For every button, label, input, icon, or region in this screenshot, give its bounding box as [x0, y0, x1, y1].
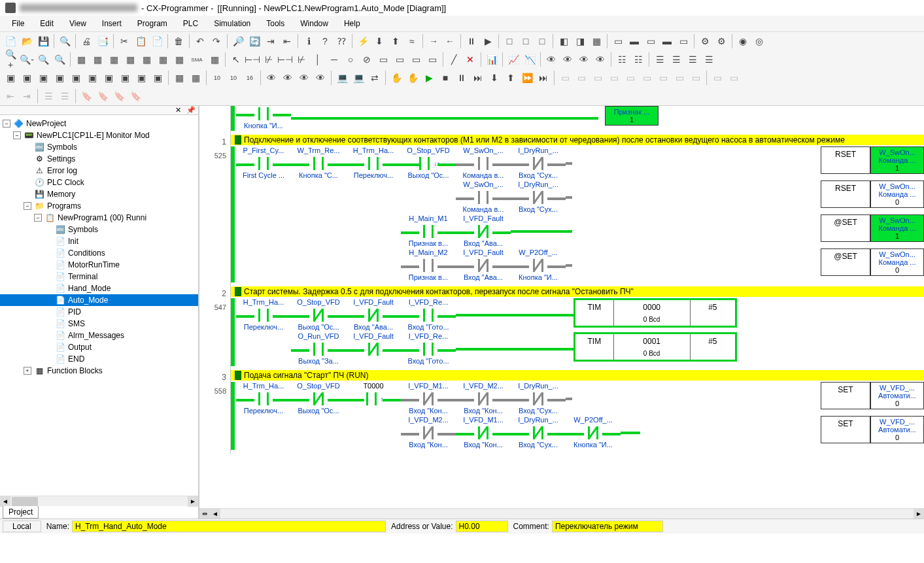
- status-addr-value[interactable]: H0.00: [456, 520, 508, 532]
- contact[interactable]: I_VFD_Fault Вход "Ава...: [346, 298, 401, 332]
- mode7-button[interactable]: ▣: [101, 70, 116, 86]
- tree-sec-output[interactable]: 📄Output: [0, 341, 198, 353]
- nc-contact-or-button[interactable]: ⊬: [294, 52, 309, 67]
- print-button[interactable]: 🖨: [78, 33, 94, 49]
- nc-coil-button[interactable]: ⊘: [359, 52, 375, 67]
- cut-button[interactable]: ✂: [116, 33, 132, 49]
- fb2-button[interactable]: ◨: [572, 33, 588, 49]
- monitor3-button[interactable]: 📉: [522, 52, 538, 67]
- find-prev-button[interactable]: ⇤: [279, 33, 295, 49]
- mode2-button[interactable]: ▣: [19, 70, 35, 86]
- grid2-button[interactable]: ▦: [90, 52, 105, 67]
- status-comment-value[interactable]: Переключатель режим: [552, 520, 663, 532]
- no-contact-or-button[interactable]: ⊢⊣: [277, 52, 293, 67]
- vline-button[interactable]: │: [310, 52, 326, 67]
- contact[interactable]: H_Trm_Ha... Переключ...: [236, 382, 291, 416]
- view-c-button[interactable]: ☰: [652, 52, 668, 67]
- coil-output[interactable]: W_SwOn... Команда ... 0: [870, 248, 924, 276]
- monitor1-button[interactable]: 📊: [484, 52, 500, 67]
- resume-button[interactable]: ▶: [480, 33, 496, 49]
- watch4-button[interactable]: 👁: [592, 52, 608, 67]
- run-button[interactable]: ▶: [421, 70, 437, 86]
- tree-programs[interactable]: −📁Programs: [0, 200, 198, 212]
- skip-end-button[interactable]: ⏭: [536, 70, 551, 86]
- sma-button[interactable]: SMA: [188, 52, 206, 67]
- sidebar-pin-icon[interactable]: 📌: [184, 106, 198, 114]
- mode4-button[interactable]: ▣: [52, 70, 67, 86]
- contact[interactable]: I_VFD_M1... Вход "Кон...: [456, 416, 511, 450]
- diagram-hscroll[interactable]: ⇹ ◄ ►: [199, 508, 924, 519]
- coil-fn[interactable]: @SET: [821, 214, 870, 242]
- coil-button[interactable]: ○: [343, 52, 358, 67]
- contact[interactable]: I_VFD_Fault Вход "Ава...: [456, 214, 511, 248]
- mode8-button[interactable]: ▣: [117, 70, 133, 86]
- find-button[interactable]: 🔎: [230, 33, 246, 49]
- fb3-button[interactable]: ▦: [589, 33, 604, 49]
- tree-symbols[interactable]: 🔤Symbols: [0, 141, 198, 153]
- tree-sec-pid[interactable]: 📄PID: [0, 306, 198, 318]
- expander-icon[interactable]: −: [3, 120, 10, 128]
- sim3-button[interactable]: ⇄: [367, 70, 383, 86]
- ff-button[interactable]: ⏩: [519, 70, 535, 86]
- view-a-button[interactable]: ☷: [614, 52, 630, 67]
- new-button[interactable]: 📄: [3, 33, 18, 49]
- contact[interactable]: H_Main_M1 Признак в...: [401, 214, 456, 248]
- contact[interactable]: I_VFD_Re... Вход "Гото...: [401, 298, 456, 332]
- online-button[interactable]: ⚡: [355, 33, 371, 49]
- replace-button[interactable]: 🔄: [247, 33, 262, 49]
- menu-window[interactable]: Window: [294, 17, 335, 30]
- contact[interactable]: I_DryRun_... Вход "Сух...: [511, 382, 566, 416]
- coil-output[interactable]: W_SwOn... Команда ... 0: [870, 180, 924, 208]
- nc-contact-button[interactable]: ⊬: [261, 52, 277, 67]
- num10b-button[interactable]: 10: [226, 70, 241, 86]
- pause-button[interactable]: ⏸: [464, 33, 479, 49]
- line-button[interactable]: ╱: [446, 52, 462, 67]
- no-contact-button[interactable]: ⊢⊣: [245, 52, 260, 67]
- contact[interactable]: H_Trm_Ha... Переключ...: [346, 146, 401, 180]
- del-line-button[interactable]: ✕: [462, 52, 478, 67]
- contact[interactable]: O_Run_VFD Выход "За...: [291, 332, 346, 366]
- watch2-button[interactable]: 👁: [560, 52, 575, 67]
- contact[interactable]: H_Main_M2 Признак в...: [401, 248, 456, 282]
- contact[interactable]: I_VFD_Fault Вход "Ава...: [456, 248, 511, 282]
- struct2-button[interactable]: ▦: [188, 70, 203, 86]
- hline-button[interactable]: ─: [326, 52, 342, 67]
- contact[interactable]: W_SwOn_... Команда в...: [456, 146, 511, 180]
- rung-comment[interactable]: Старт системы. Задержка 0.5 с для подклю…: [231, 286, 924, 297]
- grid6-button[interactable]: ▦: [155, 52, 171, 67]
- contact[interactable]: O_Stop_VFD ↓↑ Выход "Ос...: [401, 146, 456, 180]
- contact[interactable]: P_First_Cy... First Cycle ...: [236, 146, 291, 180]
- contact[interactable]: W_Trm_Re... Кнопка "С...: [291, 146, 346, 180]
- grid3-button[interactable]: ▦: [106, 52, 122, 67]
- expander-icon[interactable]: −: [34, 214, 42, 222]
- diagram-area[interactable]: Кнопка "И... Признак ... 1: [199, 106, 924, 519]
- tree-root[interactable]: − 🔷 NewProject: [0, 118, 198, 129]
- delete-button[interactable]: 🗑: [171, 33, 186, 49]
- struct1-button[interactable]: ▦: [171, 70, 187, 86]
- mode10-button[interactable]: ▣: [150, 70, 165, 86]
- grid1-button[interactable]: ▦: [73, 52, 89, 67]
- menu-tools[interactable]: Tools: [260, 17, 291, 30]
- view1-button[interactable]: ▭: [610, 33, 626, 49]
- step-in-button[interactable]: ⬇: [487, 70, 502, 86]
- transfer-from-button[interactable]: ←: [442, 33, 458, 49]
- coil-fn[interactable]: @SET: [821, 248, 870, 276]
- coil-output[interactable]: W_SwOn... Команда ... 1: [870, 214, 924, 242]
- find-next-button[interactable]: ⇥: [263, 33, 279, 49]
- contact[interactable]: O_Stop_VFD Выход "Ос...: [291, 298, 346, 332]
- contact[interactable]: I_VFD_Fault: [346, 332, 401, 366]
- open-button[interactable]: 📂: [19, 33, 35, 49]
- instruction3-button[interactable]: ▭: [408, 52, 424, 67]
- save-button[interactable]: 💾: [35, 33, 51, 49]
- contact[interactable]: H_Trm_Ha... Переключ...: [236, 298, 291, 332]
- contact[interactable]: I_DryRun_... Вход "Сух...: [511, 180, 566, 214]
- tree-errorlog[interactable]: ⚠Error log: [0, 165, 198, 177]
- contact[interactable]: I_VFD_M2... Вход "Кон...: [456, 382, 511, 416]
- menu-view[interactable]: View: [63, 17, 93, 30]
- view3-button[interactable]: ▭: [643, 33, 659, 49]
- force1-button[interactable]: ✋: [388, 70, 404, 86]
- select-button[interactable]: ↖: [228, 52, 244, 67]
- view-b-button[interactable]: ☷: [630, 52, 646, 67]
- menu-help[interactable]: Help: [337, 17, 367, 30]
- project-tree[interactable]: − 🔷 NewProject − 📟 NewPLC1[CP1L-E] Monit…: [0, 115, 198, 496]
